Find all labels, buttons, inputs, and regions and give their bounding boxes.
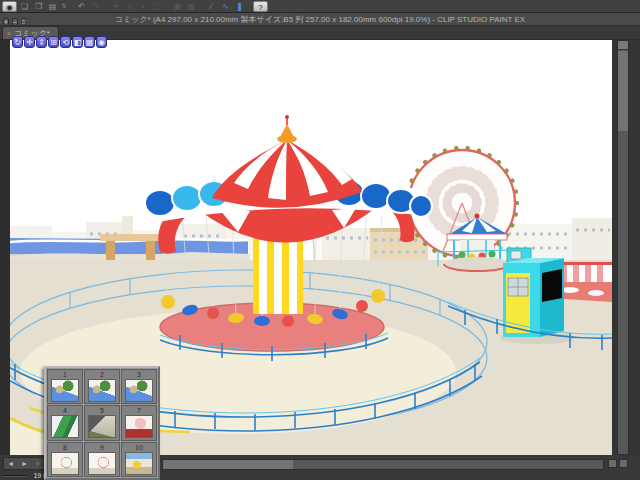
page-navigation: ◂ ▸ ▫ [3,457,45,470]
camera-preset-item-10[interactable]: 10 [121,442,157,477]
camera-rotate-icon[interactable]: ↻ [12,36,23,48]
zoom-slider[interactable] [3,475,27,477]
camera-preset-item-1[interactable]: 1 [47,369,83,404]
preset-thumbnail-image [51,415,79,438]
undo-button[interactable]: ↶ [75,1,88,12]
open-file-button[interactable]: ❐ [32,1,45,12]
clip-studio-paint-window: ◉❏❐▤⇅↶↷✛⇧◐▢▣▩∕∿❚? ×─□ コミック* (A4 297.00 x… [0,0,640,480]
preset-thumbnail-image [125,415,153,438]
tab-close-icon[interactable]: × [7,30,11,37]
preset-thumbnail-image [88,379,116,402]
canvas-left-margin [0,40,10,455]
camera-pan-icon[interactable]: ✛ [24,36,35,48]
title-bar[interactable]: ×─□ コミック* (A4 297.00 x 210.00mm 製本サイズ:B5… [0,13,640,26]
object-snap-icon[interactable]: ▦ [84,36,95,48]
preset-thumbnail-image [88,452,116,475]
horizontal-scrollbar[interactable] [162,459,604,470]
zoom-control: 19.0 [3,472,47,480]
preset-number: 2 [100,370,104,379]
snap-grid-button[interactable]: ❚ [233,1,246,12]
snap-ruler-button[interactable]: ∕ [205,1,218,12]
save-button[interactable]: ▤ [46,1,59,12]
camera-preset-item-4[interactable]: 4 [47,405,83,440]
preset-number: 5 [100,406,104,415]
next-page-button[interactable]: ▸ [23,458,27,469]
preset-number: 10 [135,443,143,452]
horizontal-scrollbar-thumb[interactable] [163,460,293,469]
object-move-3d-icon[interactable]: ◧ [72,36,83,48]
close-window-button[interactable]: × [3,18,9,26]
camera-preset-item-7[interactable]: 7 [121,405,157,440]
preset-thumbnail-image [51,379,79,402]
minimize-window-button[interactable]: ─ [12,18,18,26]
page-toggle-button[interactable]: ▫ [36,458,39,469]
preset-number: 3 [137,370,141,379]
window-title: コミック* (A4 297.00 x 210.00mm 製本サイズ:B5 判 2… [0,14,640,25]
preset-thumbnail-image [125,452,153,475]
deselect-button: ✛ [109,1,122,12]
object-move-flat-icon[interactable]: ⊞ [48,36,59,48]
redo-button: ↷ [89,1,102,12]
camera-preset-item-8[interactable]: 8 [47,442,83,477]
preset-thumbnail-image [51,452,79,475]
object-manipulation-toolbar: ↻✛⇕⊞⟲◧▦◉ [12,36,107,48]
preset-thumbnail-image [125,379,153,402]
vertical-scrollbar-button[interactable] [618,41,628,50]
reselect-button: ⇧ [123,1,136,12]
invert-selection-button: ◐ [137,1,150,12]
preset-number: 4 [63,406,67,415]
preset-number: 1 [63,370,67,379]
help-button[interactable]: ? [253,1,268,12]
clear-button: ▣ [171,1,184,12]
preset-number: 9 [100,443,104,452]
command-bar: ◉❏❐▤⇅↶↷✛⇧◐▢▣▩∕∿❚? [0,0,640,13]
camera-preset-panel: 1 2 3 4 5 7 8 9 10 [44,366,160,480]
vertical-scrollbar[interactable] [617,40,629,455]
toolbar-splitter[interactable]: ⇅ [60,1,68,12]
camera-angle-icon[interactable]: ◉ [96,36,107,48]
camera-preset-item-3[interactable]: 3 [121,369,157,404]
maximize-window-button[interactable]: □ [21,18,27,26]
fill-button: ▩ [185,1,198,12]
scrollbar-corner-button-2[interactable] [619,459,628,468]
camera-preset-item-5[interactable]: 5 [84,405,120,440]
camera-zoom-icon[interactable]: ⇕ [36,36,47,48]
scrollbar-corner-button[interactable] [608,459,617,468]
camera-preset-item-2[interactable]: 2 [84,369,120,404]
preset-thumbnail-image [88,415,116,438]
vertical-scrollbar-thumb[interactable] [618,51,628,131]
snap-special-ruler-button[interactable]: ∿ [219,1,232,12]
camera-preset-item-9[interactable]: 9 [84,442,120,477]
selection-border-button: ▢ [151,1,164,12]
object-rotate-3d-icon[interactable]: ⟲ [60,36,71,48]
preset-number: 8 [63,443,67,452]
prev-page-button[interactable]: ◂ [9,458,13,469]
preset-number: 7 [137,406,141,415]
